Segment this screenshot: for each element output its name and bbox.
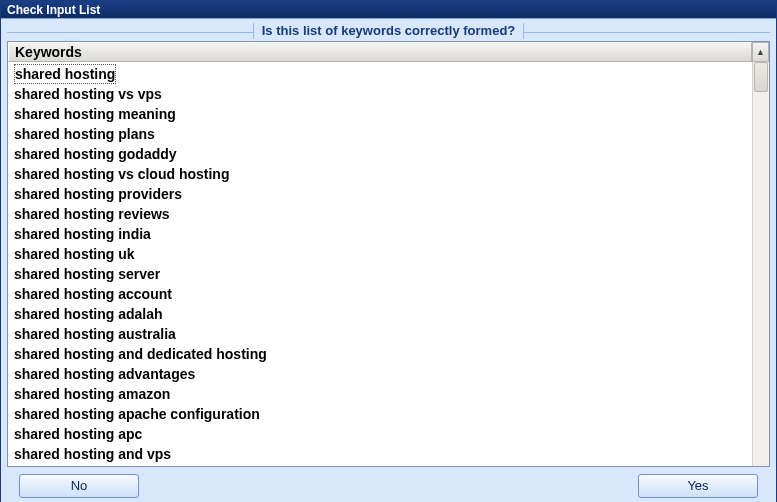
list-item[interactable]: shared hosting plans — [14, 124, 746, 144]
list-item[interactable]: shared hosting advantages — [14, 364, 746, 384]
list-item[interactable]: shared hosting account — [14, 284, 746, 304]
dialog-window: Check Input List Is this list of keyword… — [0, 0, 777, 502]
prompt-text: Is this list of keywords correctly forme… — [253, 23, 525, 39]
list-item[interactable]: shared hosting australia — [14, 324, 746, 344]
list-item[interactable]: shared hosting and vps — [14, 444, 746, 464]
list-item[interactable]: shared hosting providers — [14, 184, 746, 204]
list-item[interactable]: shared hosting india — [14, 224, 746, 244]
no-button[interactable]: No — [19, 474, 139, 498]
list-item[interactable]: shared hosting and dedicated hosting — [14, 344, 746, 364]
list-item[interactable]: shared hosting apache configuration — [14, 404, 746, 424]
scroll-up-button[interactable]: ▲ — [752, 42, 769, 62]
list-item[interactable]: shared hosting godaddy — [14, 144, 746, 164]
list-item[interactable]: shared hosting apc — [14, 424, 746, 444]
list-item[interactable]: shared hosting vs vps — [14, 84, 746, 104]
keywords-panel: Keywords ▲ shared hostingshared hosting … — [7, 41, 770, 467]
titlebar: Check Input List — [1, 1, 776, 18]
table-header-row: Keywords ▲ — [8, 42, 769, 62]
list-item[interactable]: shared hosting adalah — [14, 304, 746, 324]
window-title: Check Input List — [7, 3, 100, 17]
chevron-up-icon: ▲ — [756, 47, 765, 57]
button-row: No Yes — [7, 467, 770, 500]
list-item[interactable]: shared hosting vs cloud hosting — [14, 164, 746, 184]
yes-button[interactable]: Yes — [638, 474, 758, 498]
dialog-body: Is this list of keywords correctly forme… — [1, 18, 776, 502]
column-header-keywords[interactable]: Keywords — [8, 42, 752, 62]
list-item[interactable]: shared hosting reviews — [14, 204, 746, 224]
list-item[interactable]: shared hosting — [14, 64, 116, 84]
list-item[interactable]: shared hosting amazon — [14, 384, 746, 404]
list-item[interactable]: shared hosting uk — [14, 244, 746, 264]
list-area: shared hostingshared hosting vs vpsshare… — [8, 62, 769, 466]
vertical-scrollbar[interactable] — [752, 62, 769, 466]
scrollbar-thumb[interactable] — [754, 62, 768, 92]
list-item[interactable]: shared hosting server — [14, 264, 746, 284]
prompt-area: Is this list of keywords correctly forme… — [7, 23, 770, 39]
list-item[interactable]: shared hosting meaning — [14, 104, 746, 124]
keywords-list[interactable]: shared hostingshared hosting vs vpsshare… — [8, 62, 752, 466]
